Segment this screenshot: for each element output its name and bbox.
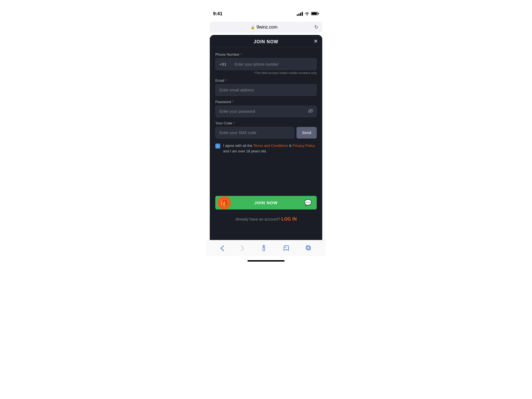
send-button[interactable]: Send (296, 127, 317, 139)
modal-title: JOIN NOW (254, 39, 278, 44)
refresh-icon[interactable]: ↻ (314, 24, 318, 30)
status-bar: 9:41 (206, 6, 326, 19)
password-field-group: Password * (215, 100, 317, 117)
email-required: * (226, 78, 227, 83)
terms-row: ✓ I agree with all the Terms and Conditi… (215, 143, 317, 154)
home-bar (247, 260, 285, 262)
privacy-link[interactable]: Privacy Policy (293, 144, 315, 148)
close-button[interactable]: ✕ (314, 39, 318, 44)
lock-icon: 🔒 (250, 25, 255, 29)
svg-rect-8 (306, 246, 310, 249)
sms-required: * (233, 121, 235, 125)
password-required: * (232, 100, 234, 104)
modal-overlay: JOIN NOW ✕ Phone Number * +91 *This fiel… (210, 35, 322, 240)
browser-bar[interactable]: 🔒 9winz.com ↻ (210, 22, 322, 33)
phone-prefix: +91 (216, 58, 231, 70)
login-row: Already have an account? LOG IN (210, 214, 322, 227)
status-icons (297, 12, 319, 16)
phone-field-group: Phone Number * +91 *This field accepts I… (215, 52, 317, 75)
url-text: 9winz.com (257, 25, 278, 30)
url-area: 🔒 9winz.com (214, 25, 314, 30)
phone-hint: *This field accepts Indian mobile number… (215, 71, 317, 75)
modal-header: JOIN NOW ✕ (210, 35, 322, 48)
password-input[interactable] (215, 106, 317, 117)
sms-row: Send (215, 127, 317, 139)
back-button[interactable] (216, 243, 228, 254)
terms-link[interactable]: Terms and Conditions (253, 144, 288, 148)
phone-input-row: +91 (215, 58, 317, 70)
signal-icon (297, 12, 303, 16)
phone-input[interactable] (231, 58, 316, 70)
home-indicator (206, 256, 326, 265)
chat-button[interactable]: 💬 (301, 196, 314, 209)
terms-text: I agree with all the Terms and Condition… (223, 143, 317, 154)
password-row (215, 106, 317, 117)
email-field-group: Email * (215, 78, 317, 96)
share-button[interactable] (257, 242, 271, 254)
status-time: 9:41 (213, 11, 222, 17)
svg-rect-1 (312, 12, 317, 14)
form-area: Phone Number * +91 *This field accepts I… (210, 48, 322, 158)
phone-required: * (241, 52, 242, 57)
sms-field-group: Your Code * Send (215, 121, 317, 139)
gift-button[interactable]: 🎁 (218, 196, 231, 209)
svg-rect-2 (318, 13, 319, 14)
modal-spacer (210, 158, 322, 191)
email-label: Email * (215, 78, 317, 83)
terms-checkbox[interactable]: ✓ (215, 144, 220, 149)
phone-label: Phone Number * (215, 52, 317, 57)
battery-icon (311, 12, 319, 16)
check-mark-icon: ✓ (216, 144, 219, 148)
login-link[interactable]: LOG IN (282, 217, 297, 221)
wifi-icon (305, 12, 310, 16)
bookmarks-button[interactable] (279, 243, 293, 254)
sms-label: Your Code * (215, 121, 317, 125)
sms-input[interactable] (215, 127, 294, 139)
email-input[interactable] (215, 84, 317, 96)
phone-frame: 9:41 🔒 (206, 6, 326, 265)
svg-rect-7 (307, 247, 310, 250)
tabs-button[interactable] (302, 243, 316, 254)
svg-rect-6 (263, 247, 265, 251)
forward-button[interactable] (237, 243, 248, 254)
browser-nav (206, 240, 326, 256)
eye-icon[interactable] (308, 109, 313, 114)
password-label: Password * (215, 100, 317, 104)
login-prompt: Already have an account? (235, 217, 280, 221)
